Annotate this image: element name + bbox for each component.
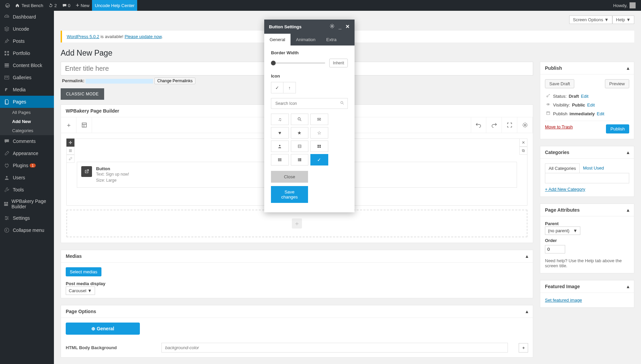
menu-uncode[interactable]: Uncode <box>0 23 54 35</box>
preview-button[interactable]: Preview <box>605 79 629 88</box>
menu-content-block[interactable]: Content Block <box>0 59 54 71</box>
wp-version-link[interactable]: WordPress 5.0.2 <box>67 34 99 39</box>
edit-status-link[interactable]: Edit <box>581 94 588 99</box>
move-to-trash-link[interactable]: Move to Trash <box>545 124 573 133</box>
th-icon[interactable] <box>271 154 289 165</box>
publish-heading[interactable]: Publish▴ <box>540 62 634 74</box>
menu-galleries[interactable]: Galleries <box>0 71 54 84</box>
most-used-tab[interactable]: Most Used <box>580 163 607 173</box>
po-general-tab[interactable]: ⊕ General <box>66 323 140 335</box>
th-list-icon[interactable] <box>291 154 309 165</box>
heart-icon[interactable]: ♥ <box>271 127 289 139</box>
bg-add-button[interactable]: ＋ <box>519 343 528 353</box>
modal-close-button[interactable]: Close <box>271 171 308 183</box>
edit-date-link[interactable]: Edit <box>597 111 604 116</box>
vc-add-row[interactable]: ＋ <box>66 210 527 237</box>
svg-rect-14 <box>4 204 8 206</box>
search-icon[interactable] <box>337 101 347 106</box>
modal-gear-icon[interactable] <box>330 24 335 30</box>
help-center[interactable]: Uncode Help Center <box>92 0 137 11</box>
page-options-heading[interactable]: Page Options▴ <box>61 305 533 318</box>
film-icon[interactable] <box>291 141 309 152</box>
th-large-icon[interactable] <box>310 141 328 152</box>
medias-heading[interactable]: Medias▴ <box>61 250 533 263</box>
menu-dashboard[interactable]: Dashboard <box>0 11 54 23</box>
modal-tab-animation[interactable]: Animation <box>291 34 321 46</box>
submenu-all-pages[interactable]: All Pages <box>0 108 54 117</box>
modal-tab-general[interactable]: General <box>264 34 291 46</box>
publish-button[interactable]: Publish <box>606 124 629 133</box>
redo-button[interactable] <box>486 117 502 133</box>
fullscreen-button[interactable] <box>502 117 517 133</box>
menu-appearance[interactable]: Appearance <box>0 147 54 159</box>
mail-icon[interactable]: ✉ <box>310 114 328 125</box>
media-display-select[interactable]: Carousel ▼ <box>66 286 95 295</box>
star-outline-icon[interactable]: ☆ <box>310 127 328 139</box>
slider-knob[interactable] <box>271 61 276 65</box>
featured-image-heading[interactable]: Featured Image▴ <box>540 280 634 293</box>
categories-heading[interactable]: Categories▴ <box>540 146 634 159</box>
row-clone-button[interactable] <box>519 147 527 155</box>
builder-icon <box>3 201 9 207</box>
svg-rect-54 <box>299 158 301 159</box>
add-new-category-link[interactable]: + Add New Category <box>545 187 585 192</box>
update-now-link[interactable]: Please update now <box>125 34 162 39</box>
menu-comments[interactable]: Comments <box>0 135 54 147</box>
save-draft-button[interactable]: Save Draft <box>545 79 574 88</box>
star-filled-icon[interactable]: ★ <box>291 127 309 139</box>
my-account[interactable]: Howdy, <box>611 0 638 11</box>
set-featured-image-link[interactable]: Set featured image <box>545 298 582 303</box>
row-move-handle[interactable] <box>66 139 74 147</box>
undo-button[interactable] <box>471 117 486 133</box>
menu-wpbakery[interactable]: WPBakery Page Builder <box>0 196 54 212</box>
menu-plugins[interactable]: Plugins1 <box>0 159 54 172</box>
modal-save-button[interactable]: Save changes <box>271 186 308 203</box>
comments-count[interactable]: 0 <box>60 0 73 11</box>
music-icon[interactable]: ♫ <box>271 114 289 125</box>
parent-select[interactable]: (no parent) ▼ <box>545 226 580 235</box>
modal-tab-extra[interactable]: Extra <box>321 34 342 46</box>
edit-visibility-link[interactable]: Edit <box>587 102 594 108</box>
menu-tools[interactable]: Tools <box>0 184 54 196</box>
menu-portfolio[interactable]: Portfolio <box>0 47 54 59</box>
select-medias-button[interactable]: Select medias <box>66 267 101 276</box>
template-button[interactable] <box>77 117 92 133</box>
search-glyph-icon[interactable] <box>291 114 309 125</box>
page-attributes-heading[interactable]: Page Attributes▴ <box>540 204 634 216</box>
site-name[interactable]: Test Bench <box>12 0 46 11</box>
wp-logo[interactable] <box>3 0 12 11</box>
svg-rect-55 <box>298 159 299 160</box>
menu-settings[interactable]: Settings <box>0 212 54 224</box>
menu-media[interactable]: Media <box>0 84 54 96</box>
settings-gear-button[interactable] <box>517 117 533 133</box>
inherit-button[interactable]: Inherit <box>329 59 348 67</box>
all-categories-tab[interactable]: All Categories <box>545 163 580 173</box>
row-columns-button[interactable] <box>66 147 74 155</box>
order-input[interactable] <box>545 245 565 253</box>
icon-search-input[interactable] <box>271 98 337 109</box>
menu-pages[interactable]: Pages <box>0 96 54 108</box>
add-element-button[interactable]: ＋ <box>61 117 77 133</box>
row-delete-button[interactable]: ✕ <box>519 139 527 147</box>
border-width-slider[interactable] <box>271 62 325 64</box>
user-glyph-icon[interactable] <box>271 141 289 152</box>
submenu-add-new[interactable]: Add New <box>0 117 54 126</box>
menu-users[interactable]: Users <box>0 172 54 184</box>
new-content[interactable]: +New <box>73 0 92 11</box>
bg-color-input[interactable] <box>161 343 508 353</box>
row-edit-button[interactable] <box>66 155 74 163</box>
classic-mode-button[interactable]: CLASSIC MODE <box>61 88 104 100</box>
menu-collapse[interactable]: Collapse menu <box>0 224 54 236</box>
icon-upload-button[interactable]: ↑ <box>283 82 296 93</box>
icon-confirm-button[interactable]: ✓ <box>271 82 283 93</box>
change-permalinks-button[interactable]: Change Permalinks <box>154 78 196 84</box>
plus-icon: ＋ <box>292 218 302 229</box>
menu-posts[interactable]: Posts <box>0 35 54 47</box>
screen-options-tab[interactable]: Screen Options ▼ <box>569 16 612 24</box>
updates[interactable]: 2 <box>46 0 59 11</box>
modal-minimize-icon[interactable]: _ <box>339 24 341 30</box>
modal-close-icon[interactable]: ✕ <box>345 24 350 30</box>
submenu-categories[interactable]: Categories <box>0 126 54 135</box>
check-icon[interactable]: ✓ <box>310 154 328 165</box>
help-tab[interactable]: Help ▼ <box>612 16 634 24</box>
